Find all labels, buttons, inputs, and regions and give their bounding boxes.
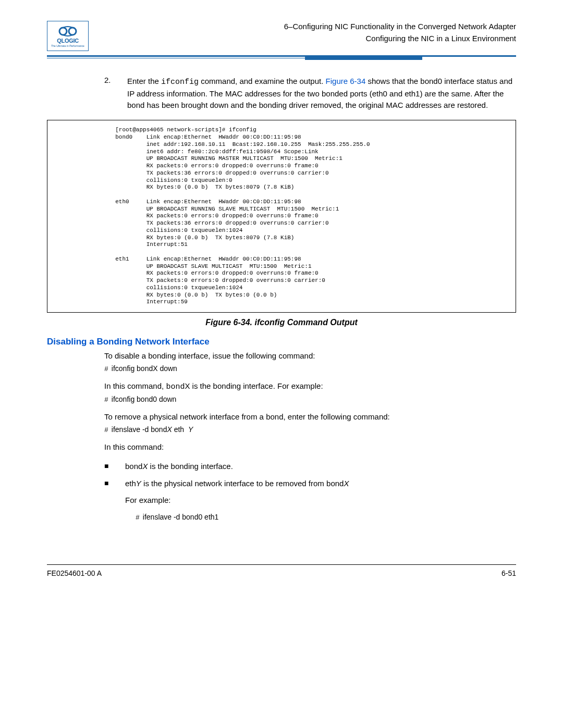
header-line-1: 6–Configuring NIC Functionality in the C… bbox=[284, 21, 516, 33]
header-line-2: Configuring the NIC in a Linux Environme… bbox=[284, 33, 516, 45]
bullet-pre: bond bbox=[125, 462, 142, 471]
cmd-text: ifconfig bondX down bbox=[112, 364, 177, 373]
page-footer: FE0254601-00 A 6-51 bbox=[47, 569, 516, 577]
square-bullet-icon: ■ bbox=[104, 478, 125, 523]
prompt-hash: # bbox=[104, 426, 108, 434]
ifconfig-output-figure: [root@apps4065 network-scripts]# ifconfi… bbox=[47, 120, 516, 313]
prompt-hash: # bbox=[136, 514, 140, 522]
qlogic-logo-icon bbox=[56, 25, 80, 38]
bullet-pre: eth bbox=[125, 479, 136, 488]
prompt-hash: # bbox=[104, 365, 108, 373]
section-heading: Disabling a Bonding Network Interface bbox=[47, 337, 516, 347]
in-this-command: In this command: bbox=[104, 441, 516, 453]
header-rule bbox=[47, 55, 516, 60]
cmd-var-y: Y bbox=[188, 425, 193, 434]
square-bullet-icon: ■ bbox=[104, 461, 125, 473]
logo-name: QLOGIC bbox=[57, 38, 79, 44]
page-number: 6-51 bbox=[501, 569, 516, 577]
disable-intro: To disable a bonding interface, issue th… bbox=[104, 350, 516, 362]
qlogic-logo: QLOGIC The Ultimate in Performance bbox=[47, 21, 89, 51]
cmd-var-x: X bbox=[167, 425, 172, 434]
header-text: 6–Configuring NIC Functionality in the C… bbox=[284, 21, 516, 44]
explain-mono: bond bbox=[166, 382, 185, 391]
page-header: QLOGIC The Ultimate in Performance 6–Con… bbox=[47, 21, 516, 51]
step-text-pre: Enter the bbox=[127, 77, 161, 85]
remove-intro: To remove a physical network interface f… bbox=[104, 411, 516, 423]
footer-rule bbox=[47, 564, 516, 565]
logo-tagline: The Ultimate in Performance bbox=[51, 44, 84, 47]
prompt-hash: # bbox=[104, 396, 108, 404]
bondx-explain: In this command, bondX is the bonding in… bbox=[104, 380, 516, 393]
bullet-post: is the bonding interface. bbox=[148, 462, 232, 471]
step-text-mid: command, and examine the output. bbox=[199, 77, 325, 85]
cmd-ifconfig-bond0-down: #ifconfig bond0 down bbox=[104, 395, 516, 404]
step-2: 2. Enter the ifconfig command, and exami… bbox=[104, 76, 516, 110]
explain-pre: In this command, bbox=[104, 381, 166, 390]
ifconfig-cmd: ifconfig bbox=[161, 78, 199, 87]
doc-number: FE0254601-00 A bbox=[47, 569, 102, 577]
explain-post: X is the bonding interface. For example: bbox=[185, 381, 323, 390]
bullet-var2: X bbox=[344, 479, 349, 488]
cmd-a: ifenslave -d bond bbox=[112, 425, 167, 434]
bullet-var: X bbox=[142, 462, 148, 471]
figure-link[interactable]: Figure 6-34 bbox=[326, 77, 366, 85]
cmd-ifenslave-example: #ifenslave -d bond0 eth1 bbox=[136, 512, 516, 523]
cmd-b: eth bbox=[172, 425, 184, 434]
figure-caption: Figure 6-34. ifconfig Command Output bbox=[47, 318, 516, 327]
cmd-text: ifconfig bond0 down bbox=[112, 395, 177, 403]
step-number: 2. bbox=[104, 76, 127, 110]
cmd-text: ifenslave -d bond0 eth1 bbox=[143, 513, 219, 521]
bullet-var: Y bbox=[136, 479, 141, 488]
list-item: ■ ethY is the physical network interface… bbox=[104, 478, 516, 523]
step-body: Enter the ifconfig command, and examine … bbox=[127, 76, 516, 110]
cmd-ifenslave-template: #ifenslave -d bondX eth Y bbox=[104, 425, 516, 434]
svg-point-1 bbox=[69, 28, 76, 35]
bullet-post: is the physical network interface to be … bbox=[141, 479, 344, 488]
list-item: ■ bondX is the bonding interface. bbox=[104, 461, 516, 473]
svg-point-0 bbox=[59, 28, 67, 35]
cmd-ifconfig-bondx-down: #ifconfig bondX down bbox=[104, 364, 516, 373]
bullet-list: ■ bondX is the bonding interface. ■ ethY… bbox=[104, 461, 516, 523]
for-example: For example: bbox=[125, 495, 516, 507]
